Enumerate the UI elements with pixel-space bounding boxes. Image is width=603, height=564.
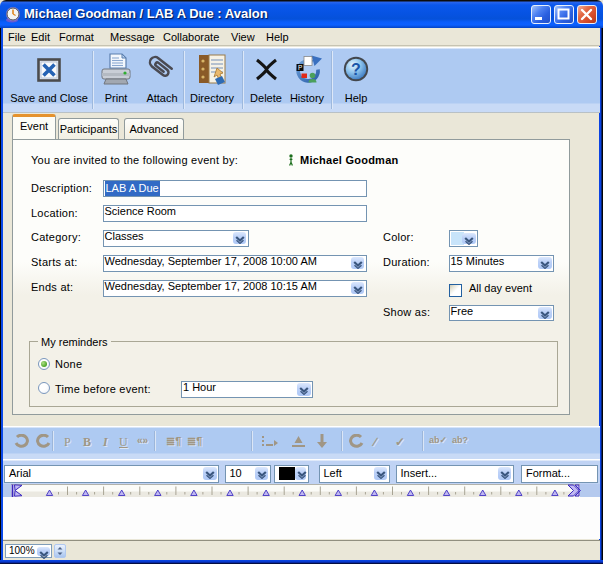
svg-text:P: P xyxy=(298,64,302,71)
svg-text:?: ? xyxy=(351,61,361,78)
